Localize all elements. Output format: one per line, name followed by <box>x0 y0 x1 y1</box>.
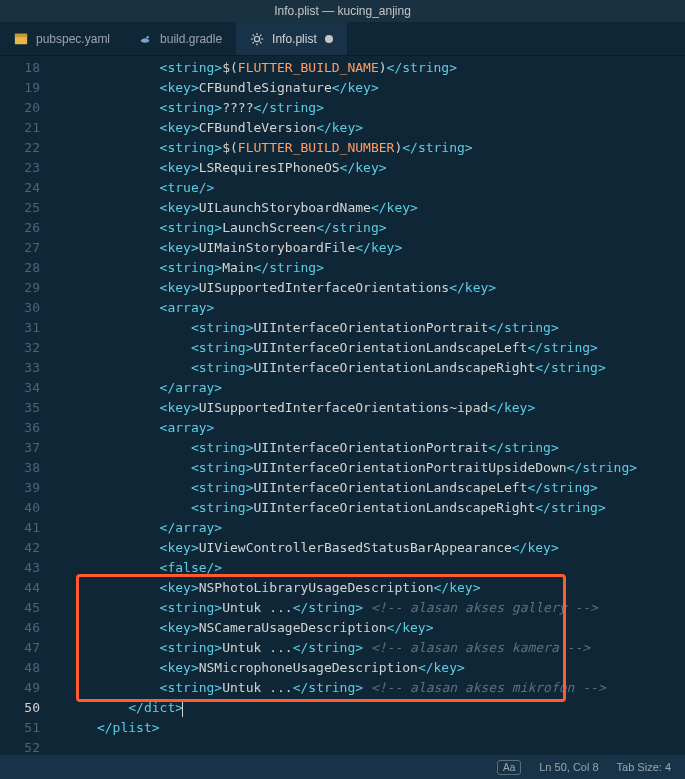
tab-bar: pubspec.yamlbuild.gradleInfo.plist <box>0 22 685 56</box>
code-line[interactable]: <string>LaunchScreen</string> <box>50 218 685 238</box>
svg-line-10 <box>253 42 254 43</box>
code-line[interactable]: <string>Untuk ...</string> <!-- alasan a… <box>50 678 685 698</box>
code-line[interactable]: <string>Untuk ...</string> <!-- alasan a… <box>50 638 685 658</box>
code-line[interactable]: <key>UIMainStoryboardFile</key> <box>50 238 685 258</box>
code-line[interactable]: <key>UISupportedInterfaceOrientations</k… <box>50 278 685 298</box>
code-line[interactable]: <key>CFBundleVersion</key> <box>50 118 685 138</box>
code-line[interactable]: <array> <box>50 418 685 438</box>
code-line[interactable]: <string>$(FLUTTER_BUILD_NUMBER)</string> <box>50 138 685 158</box>
code-line[interactable]: </plist> <box>50 718 685 738</box>
code-line[interactable]: <string>UIInterfaceOrientationPortrait</… <box>50 438 685 458</box>
code-line[interactable]: <array> <box>50 298 685 318</box>
gear-icon <box>250 32 264 46</box>
window-title: Info.plist — kucing_anjing <box>0 0 685 22</box>
code-line[interactable]: <string>UIInterfaceOrientationPortrait</… <box>50 318 685 338</box>
svg-line-11 <box>260 34 261 35</box>
svg-rect-1 <box>15 33 27 37</box>
tab-size[interactable]: Tab Size: 4 <box>617 761 671 773</box>
code-line[interactable]: </array> <box>50 378 685 398</box>
code-editor[interactable]: 1819202122232425262728293031323334353637… <box>0 56 685 755</box>
case-sensitive-toggle[interactable]: Aa <box>497 760 521 775</box>
code-line[interactable] <box>50 738 685 758</box>
tab-build-gradle[interactable]: build.gradle <box>124 22 236 55</box>
code-line[interactable]: <string>$(FLUTTER_BUILD_NAME)</string> <box>50 58 685 78</box>
text-cursor <box>182 701 183 717</box>
code-line[interactable]: <key>CFBundleSignature</key> <box>50 78 685 98</box>
code-line[interactable]: <string>UIInterfaceOrientationLandscapeL… <box>50 338 685 358</box>
svg-point-3 <box>254 36 259 41</box>
svg-line-9 <box>260 42 261 43</box>
code-line[interactable]: </dict> <box>50 698 685 718</box>
svg-line-8 <box>253 34 254 35</box>
dirty-indicator-icon <box>325 35 333 43</box>
tab-label: build.gradle <box>160 32 222 46</box>
code-line[interactable]: <key>NSCameraUsageDescription</key> <box>50 618 685 638</box>
gradle-icon <box>138 32 152 46</box>
code-line[interactable]: <key>UILaunchStoryboardName</key> <box>50 198 685 218</box>
code-line[interactable]: <string>UIInterfaceOrientationLandscapeR… <box>50 358 685 378</box>
yaml-icon <box>14 32 28 46</box>
code-line[interactable]: <key>UISupportedInterfaceOrientations~ip… <box>50 398 685 418</box>
tab-label: Info.plist <box>272 32 317 46</box>
code-line[interactable]: <true/> <box>50 178 685 198</box>
status-bar: Aa Ln 50, Col 8 Tab Size: 4 <box>0 755 685 779</box>
code-line[interactable]: <key>UIViewControllerBasedStatusBarAppea… <box>50 538 685 558</box>
code-line[interactable]: <false/> <box>50 558 685 578</box>
tab-info-plist[interactable]: Info.plist <box>236 22 347 55</box>
code-line[interactable]: </array> <box>50 518 685 538</box>
code-line[interactable]: <string>UIInterfaceOrientationLandscapeL… <box>50 478 685 498</box>
line-gutter: 1819202122232425262728293031323334353637… <box>0 56 50 755</box>
code-line[interactable]: <string>UIInterfaceOrientationLandscapeR… <box>50 498 685 518</box>
code-line[interactable]: <key>NSPhotoLibraryUsageDescription</key… <box>50 578 685 598</box>
cursor-position[interactable]: Ln 50, Col 8 <box>539 761 598 773</box>
tab-label: pubspec.yaml <box>36 32 110 46</box>
code-line[interactable]: <string>UIInterfaceOrientationPortraitUp… <box>50 458 685 478</box>
code-line[interactable]: <string>????</string> <box>50 98 685 118</box>
tab-pubspec-yaml[interactable]: pubspec.yaml <box>0 22 124 55</box>
svg-point-2 <box>146 35 149 38</box>
code-line[interactable]: <string>Untuk ...</string> <!-- alasan a… <box>50 598 685 618</box>
code-line[interactable]: <key>NSMicrophoneUsageDescription</key> <box>50 658 685 678</box>
code-line[interactable]: <key>LSRequiresIPhoneOS</key> <box>50 158 685 178</box>
code-area[interactable]: <string>$(FLUTTER_BUILD_NAME)</string> <… <box>50 56 685 755</box>
code-line[interactable]: <string>Main</string> <box>50 258 685 278</box>
